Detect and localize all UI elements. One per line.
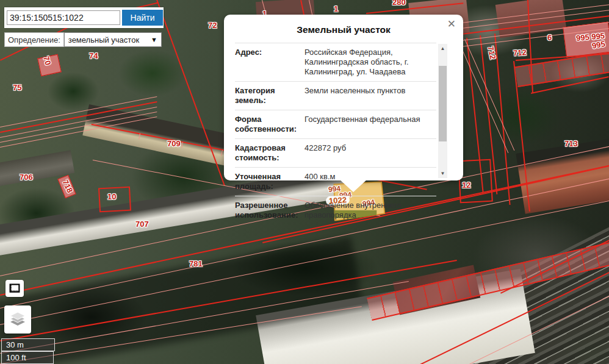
table-row: Форма собственности: Государственная фед… — [235, 110, 436, 138]
table-row: Уточненная площадь: 400 кв.м — [235, 167, 436, 196]
search-input[interactable] — [7, 10, 120, 25]
parcel-number-label: 707 — [135, 219, 149, 229]
row-label: Кадастровая стоимость: — [235, 143, 301, 163]
scrollbar-thumb[interactable] — [439, 66, 447, 141]
ruler-icon — [9, 283, 21, 294]
row-label: Разрешенное использование: — [235, 201, 301, 220]
table-row: Кадастровая стоимость: 422872 руб — [235, 138, 436, 167]
popup-callout-tail — [339, 179, 367, 192]
parcel-number-label: 712 — [513, 48, 527, 57]
scroll-up-icon[interactable]: ▲ — [438, 44, 447, 53]
scroll-down-icon[interactable]: ▼ — [438, 169, 447, 178]
row-label: Адрес: — [235, 48, 301, 77]
close-icon[interactable]: ✕ — [447, 18, 456, 30]
filter-row: Определение: земельный участок ▼ — [4, 32, 162, 47]
search-panel: Найти — [4, 7, 164, 28]
parcel-number-label: 72 — [208, 21, 217, 30]
row-value: Обеспечение внутреннего правопорядка — [304, 201, 436, 220]
search-button[interactable]: Найти — [122, 10, 163, 26]
measure-tool-button[interactable] — [5, 280, 24, 297]
row-value: Земли населенных пунктов — [304, 86, 436, 105]
parcel-number-label: 706 — [20, 173, 33, 182]
popup-title: Земельный участок — [224, 15, 463, 35]
scale-metric: 30 m — [1, 338, 55, 351]
parcel-number-label: 74 — [89, 51, 98, 60]
table-row: Категория земель: Земли населенных пункт… — [235, 81, 436, 110]
parcel-info-popup: Земельный участок ✕ Адрес: Российская Фе… — [224, 15, 463, 180]
parcel-number-label: 75 — [13, 83, 21, 92]
scale-imperial: 100 ft — [1, 351, 54, 364]
popup-scrollbar[interactable]: ▲ ▼ — [438, 44, 447, 178]
filter-selected-option: земельный участок — [68, 35, 139, 45]
parcel-number-label: 10 — [107, 192, 116, 201]
parcel-number-label: 280 — [392, 0, 406, 7]
parcel-number-label: 712 — [486, 45, 497, 60]
filter-label: Определение: — [4, 32, 64, 47]
row-value: Государственная федеральная — [304, 115, 436, 134]
parcel-number-label: 995 — [591, 39, 606, 51]
table-row: Адрес: Российская Федерация, Калининград… — [235, 43, 436, 81]
row-label: Форма собственности: — [235, 115, 301, 134]
parcel-number-label: 6 — [547, 33, 552, 42]
chevron-down-icon: ▼ — [151, 36, 157, 43]
row-value: 422872 руб — [304, 143, 436, 163]
row-value: Российская Федерация, Калининградская об… — [304, 48, 436, 77]
parcel-number-label: 718 — [60, 178, 74, 194]
parcel-number-label: 713 — [564, 139, 578, 148]
parcel-number-label: 12 — [462, 180, 470, 190]
parcel-number-label: 709 — [167, 139, 181, 148]
row-label: Категория земель: — [235, 86, 301, 105]
layers-button[interactable] — [4, 305, 31, 334]
row-label: Уточненная площадь: — [235, 172, 301, 191]
parcel-number-label: 70 — [41, 55, 53, 66]
filter-select[interactable]: земельный участок ▼ — [64, 32, 162, 47]
cadastral-map-app: 727374757070671810709707781280116995 995… — [0, 0, 609, 364]
parcel-number-label: 781 — [189, 259, 203, 268]
layers-icon — [8, 310, 27, 329]
popup-table: Адрес: Российская Федерация, Калининград… — [235, 43, 436, 224]
parcel-number-label: 1 — [334, 4, 338, 13]
row-value: 400 кв.м — [304, 172, 436, 191]
table-row: Разрешенное использование: Обеспечение в… — [235, 196, 436, 224]
